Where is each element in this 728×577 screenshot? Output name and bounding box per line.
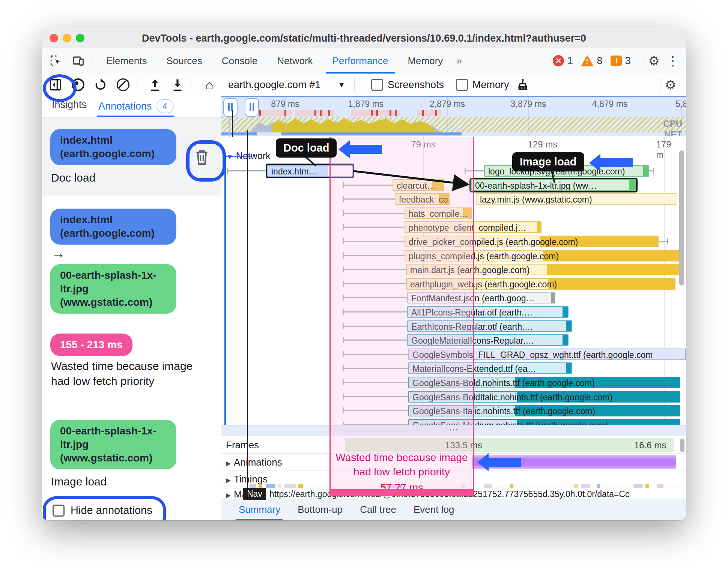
network-request-bar[interactable]: GoogleSymbols_FILL_GRAD_opsz_wght.ttf (e… [408,349,686,360]
network-request-bar[interactable]: drive_picker_compiled.js (earth.google.c… [405,236,659,247]
device-toolbar-icon[interactable] [70,52,87,69]
network-request-bar[interactable]: GoogleSans-BoldItalic.nohints.ttf (earth… [408,391,680,403]
tab-elements[interactable]: Elements [96,48,156,74]
network-track[interactable]: 79 ms129 ms179 m ▼Network index.htm…logo… [221,136,686,425]
annotation-pill-index-html[interactable]: index.html (earth.google.com) [50,129,176,165]
tab-call-tree[interactable]: Call tree [360,499,396,520]
reload-and-record-icon[interactable] [92,76,110,94]
zoom-window-right-handle[interactable] [245,98,259,117]
network-request-bar[interactable]: FontManifest.json (earth.goog… [407,292,555,304]
toggle-sidebar-icon[interactable] [47,76,65,94]
main-thread-track[interactable]: ▶Ma Nav https://earth.google.com/web/@0.… [221,487,686,499]
network-request-bar[interactable]: GoogleSans-Bold.nohints.ttf (earth.googl… [408,377,680,388]
clear-recording-icon[interactable] [114,76,132,94]
more-panels-icon[interactable]: » [453,55,465,67]
network-scrollbar-thumb[interactable] [679,150,684,285]
network-request-bar[interactable]: MaterialIcons-Extended.ttf (ea… [408,362,572,374]
request-download-cap [548,279,675,289]
download-profile-icon[interactable] [168,76,187,94]
network-request-bar[interactable]: hats_compile… [405,207,472,219]
memory-checkbox-box[interactable] [456,79,468,91]
expand-triangle-icon[interactable]: ▶ [226,477,231,484]
tab-console[interactable]: Console [212,48,267,74]
image-load-flag[interactable]: Image load [512,152,584,171]
network-request-bar[interactable]: All1PIcons-Regular.otf (earth.… [407,306,569,318]
main-activity-mark [633,484,643,488]
request-download-cap [629,180,635,190]
garbage-collect-icon[interactable] [514,76,532,94]
request-download-cap [547,264,679,275]
animations-track[interactable]: ▶Animations [221,453,686,470]
tab-bottom-up[interactable]: Bottom-up [298,499,343,520]
request-whisker-tick [343,394,344,400]
issues-badge[interactable]: !3 [611,55,630,67]
frames-scrollbar-thumb[interactable] [680,439,684,452]
screenshots-checkbox[interactable]: Screenshots [371,79,444,91]
tab-performance[interactable]: Performance [323,48,398,74]
divider [191,78,191,91]
network-request-bar[interactable]: GoogleMaterialIcons-Regular.… [407,334,569,346]
doc-load-flag[interactable]: Doc load [276,138,337,158]
request-whisker [343,410,408,411]
annotation-pill-splash-jpg-2[interactable]: 00-earth-splash-1x-ltr.jpg (www.gstatic.… [50,420,176,469]
hide-annotations-checkbox-box[interactable] [53,505,65,517]
annotation-pill-time-range[interactable]: 155 - 213 ms [50,334,132,356]
expand-triangle-icon[interactable]: ▶ [226,460,231,467]
request-whisker-tick [343,210,344,216]
expand-triangle-icon[interactable]: ▶ [226,492,231,499]
tab-summary[interactable]: Summary [239,499,280,520]
network-request-bar[interactable]: GoogleSans-Medium.nohints.ttf (earth.goo… [408,419,680,425]
network-request-bar[interactable]: index.htm… [267,165,353,177]
upload-profile-icon[interactable] [146,76,164,94]
network-request-bar[interactable]: plugins_compiled.js (earth.google.com) [405,250,680,261]
delete-annotation-button[interactable] [194,148,213,169]
target-selector[interactable]: earth.google.com #1▼ [228,79,345,91]
zoom-window-left-handle[interactable] [223,98,238,117]
inspect-element-icon[interactable] [47,52,65,69]
animations-track-label[interactable]: ▶Animations [226,457,282,468]
network-request-bar[interactable]: main.dart.js (earth.google.com) [406,264,680,275]
record-icon[interactable] [69,76,87,94]
frames-bar[interactable] [345,438,674,452]
network-request-bar[interactable]: EarthIcons-Regular.otf (earth.… [407,320,572,332]
tab-memory[interactable]: Memory [398,48,453,74]
net-activity-bar [281,132,462,135]
tab-insights[interactable]: Insights [52,99,87,111]
request-whisker-tick [343,422,344,425]
screenshots-checkbox-box[interactable] [371,79,383,91]
network-request-bar[interactable]: clearcut… [393,179,444,191]
request-whisker-tick [343,295,344,301]
warning-badge[interactable]: !8 [581,55,602,67]
request-whisker-tick [343,379,344,385]
timeline-overview[interactable]: 879 ms1,879 ms2,879 ms3,879 ms4,879 ms5,… [221,96,686,137]
main-activity-mark [382,484,386,488]
hide-annotations-checkbox[interactable]: Hide annotations [53,504,152,517]
request-whisker [343,354,408,355]
main-playhead[interactable] [247,130,248,499]
network-request-bar[interactable]: earthplugin_web.js (earth.google.com) [406,278,675,290]
main-activity-mark [574,484,578,488]
long-task-tick [284,110,286,116]
tab-sources[interactable]: Sources [156,48,212,74]
tab-event-log[interactable]: Event log [414,499,454,520]
network-track-ellipsis[interactable]: ⋯ [221,425,686,436]
annotation-pill-splash-jpg[interactable]: 00-earth-splash-1x-ltr.jpg (www.gstatic.… [50,264,176,314]
request-download-cap [566,321,572,331]
error-badge[interactable]: ✕1 [553,55,573,67]
frames-track[interactable]: Frames 133.5 ms 16.6 ms [221,436,686,454]
capture-settings-gear-icon[interactable]: ⚙ [665,77,676,92]
network-request-bar[interactable]: feedback_co… [395,193,450,205]
network-request-bar[interactable]: GoogleSans-Italic.nohints.ttf (earth.goo… [408,405,680,416]
network-request-bar[interactable]: phenotype_client_compiled.j… [405,221,541,233]
request-download-cap [643,166,648,176]
network-request-bar[interactable]: 00-earth-splash-1x-ltr.jpg (ww… [471,179,636,191]
memory-checkbox[interactable]: Memory [456,79,509,91]
home-icon[interactable]: ⌂ [200,76,218,94]
settings-gear-icon[interactable]: ⚙ [648,53,660,68]
tab-annotations[interactable]: Annotations 4 [98,99,174,113]
tab-network[interactable]: Network [267,48,322,74]
network-request-bar[interactable]: lazy.min.js (www.gstatic.com) [476,193,677,205]
annotation-pill-index-html-2[interactable]: index.html (earth.google.com) [50,209,176,245]
kebab-menu-icon[interactable]: ⋮ [666,53,679,68]
divider [92,54,92,67]
